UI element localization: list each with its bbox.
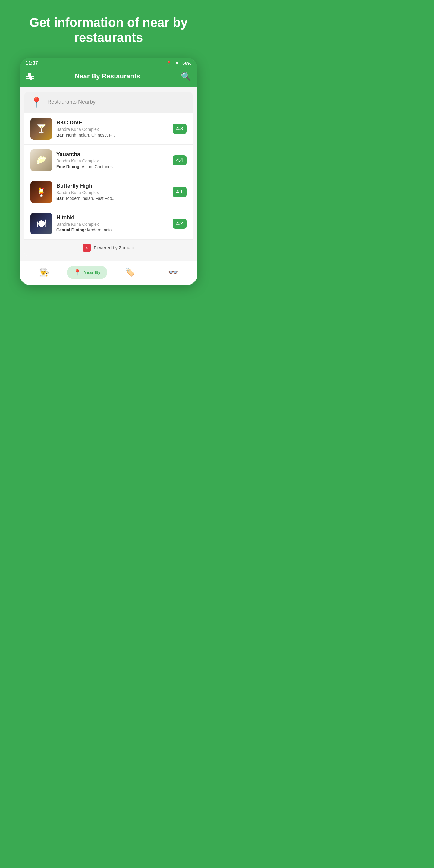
restaurant-name: Hitchki (56, 215, 168, 221)
rating-badge: 4.2 (173, 218, 187, 229)
content-area: 📍 Restaurants Nearby 🍸 BKC DIVE Bandra K… (20, 87, 197, 261)
restaurant-type: Bar: North Indian, Chinese, F... (56, 133, 168, 137)
nearby-header: 📍 Restaurants Nearby (24, 92, 193, 113)
zomato-icon: Z (83, 244, 91, 252)
restaurant-emoji: 🍸 (36, 124, 47, 133)
status-time: 11:37 (26, 61, 38, 66)
nearby-nav-label: Near By (84, 270, 101, 275)
restaurant-name: Yauatcha (56, 151, 168, 158)
restaurant-type: Casual Dining: Modern India... (56, 227, 168, 232)
chef-icon: 👨‍🍳 (39, 268, 49, 277)
restaurant-image: 🍹 (30, 181, 52, 203)
nav-item-favorites[interactable]: 🏷️ (108, 268, 152, 277)
discover-icon: 👓 (168, 268, 178, 277)
battery-level: 56% (182, 61, 191, 66)
nav-item-chef[interactable]: 👨‍🍳 (23, 268, 66, 277)
restaurant-image: 🍽️ (30, 213, 52, 235)
restaurant-row[interactable]: 🍸 BKC DIVE Bandra Kurla Complex Bar: Nor… (24, 113, 193, 145)
restaurant-card: 📍 Restaurants Nearby 🍸 BKC DIVE Bandra K… (24, 92, 193, 256)
restaurant-location: Bandra Kurla Complex (56, 158, 168, 163)
restaurant-list: 🍸 BKC DIVE Bandra Kurla Complex Bar: Nor… (24, 113, 193, 240)
powered-by-text: Powered by Zomato (94, 245, 134, 250)
nearby-pin-icon: 📍 (30, 96, 42, 108)
restaurant-row[interactable]: 🥟 Yauatcha Bandra Kurla Complex Fine Din… (24, 145, 193, 176)
status-bar: 11:37 📍 ▼ 56% (20, 58, 197, 68)
location-icon: 📍 (166, 61, 172, 66)
phone-mockup: 11:37 📍 ▼ 56% Near By Restaurants 🔍 📍 Re… (20, 58, 197, 285)
type-value: Modern Indian, Fast Foo... (66, 196, 116, 201)
type-label: Bar: (56, 133, 65, 137)
restaurant-emoji: 🍽️ (36, 218, 47, 228)
filter-icon[interactable] (26, 74, 34, 79)
restaurant-info: BKC DIVE Bandra Kurla Complex Bar: North… (56, 120, 168, 137)
rating-badge: 4.4 (173, 155, 187, 165)
restaurant-location: Bandra Kurla Complex (56, 127, 168, 132)
restaurant-name: Butterfly High (56, 183, 168, 189)
restaurant-location: Bandra Kurla Complex (56, 190, 168, 195)
wifi-icon: ▼ (175, 61, 179, 66)
rating-badge: 4.1 (173, 187, 187, 197)
nav-item-discover[interactable]: 👓 (152, 268, 195, 277)
restaurant-row[interactable]: 🍽️ Hitchki Bandra Kurla Complex Casual D… (24, 208, 193, 240)
restaurant-location: Bandra Kurla Complex (56, 222, 168, 227)
type-value: Asian, Cantones... (82, 164, 116, 169)
restaurant-emoji: 🥟 (36, 155, 47, 165)
app-header: Near By Restaurants 🔍 (20, 68, 197, 87)
restaurant-info: Yauatcha Bandra Kurla Complex Fine Dinin… (56, 151, 168, 169)
restaurant-info: Hitchki Bandra Kurla Complex Casual Dini… (56, 215, 168, 232)
rating-badge: 4.3 (173, 124, 187, 134)
type-label: Fine Dining: (56, 164, 81, 169)
favorites-icon: 🏷️ (125, 268, 135, 277)
restaurant-image: 🍸 (30, 118, 52, 140)
nav-nearby-pill: 📍 Near By (67, 266, 107, 279)
hero-title: Get information of near by restaurants (0, 0, 217, 58)
restaurant-type: Fine Dining: Asian, Cantones... (56, 164, 168, 169)
search-icon[interactable]: 🔍 (181, 71, 191, 82)
header-title: Near By Restaurants (75, 72, 140, 80)
type-label: Casual Dining: (56, 227, 86, 232)
status-bar-right: 📍 ▼ 56% (166, 61, 191, 66)
nearby-nav-icon: 📍 (73, 269, 81, 276)
type-label: Bar: (56, 196, 65, 201)
restaurant-image: 🥟 (30, 150, 52, 171)
restaurant-type: Bar: Modern Indian, Fast Foo... (56, 196, 168, 201)
restaurant-name: BKC DIVE (56, 120, 168, 126)
restaurant-emoji: 🍹 (36, 187, 47, 197)
restaurant-row[interactable]: 🍹 Butterfly High Bandra Kurla Complex Ba… (24, 176, 193, 208)
restaurant-info: Butterfly High Bandra Kurla Complex Bar:… (56, 183, 168, 201)
type-value: Modern India... (87, 227, 115, 232)
nearby-label: Restaurants Nearby (47, 99, 96, 105)
powered-by-row: Z Powered by Zomato (24, 240, 193, 256)
nav-item-nearby[interactable]: 📍 Near By (66, 266, 109, 279)
type-value: North Indian, Chinese, F... (66, 133, 115, 137)
bottom-nav: 👨‍🍳 📍 Near By 🏷️ 👓 (20, 261, 197, 285)
